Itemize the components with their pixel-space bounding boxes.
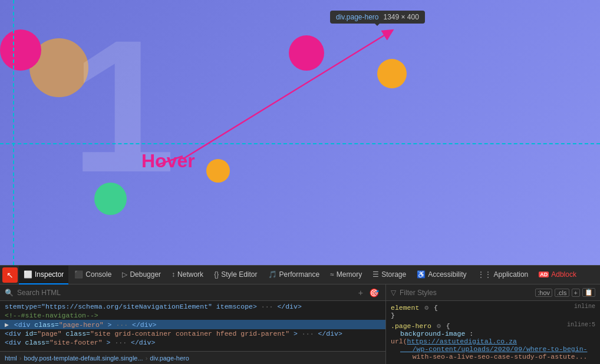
decorative-circle xyxy=(377,59,407,88)
hover-annotation: Hover xyxy=(141,150,195,172)
application-icon: ⋮⋮ xyxy=(477,270,492,279)
devtools-panel: ↖ ⬜ Inspector ⬛ Console ▷ Debugger ↕ Net… xyxy=(0,265,600,364)
tab-debugger[interactable]: ▷ Debugger xyxy=(117,266,166,284)
html-panel: 🔍 + 🎯 stemtype="https://schema.org/siteN… xyxy=(0,284,386,364)
tab-inspector[interactable]: ⬜ Inspector xyxy=(19,266,68,284)
style-origin: inline xyxy=(574,303,595,310)
performance-icon: 🎵 xyxy=(268,270,277,279)
styles-actions: :hov .cls + 📋 xyxy=(535,288,595,297)
selection-highlight-v xyxy=(13,0,14,265)
styles-content: element ⚙ { inline } .page-hero ⚙ { inli… xyxy=(386,301,600,364)
style-link-path[interactable]: /wp-content/uploads/2020/09/where-to-beg… xyxy=(400,345,587,353)
tab-memory[interactable]: ≈ Memory xyxy=(325,266,367,284)
gear-icon[interactable]: ⚙ xyxy=(424,304,428,312)
comment-text: <!--#site-navigation--> xyxy=(5,312,98,319)
cls-button[interactable]: .cls xyxy=(555,289,569,297)
page-preview: 1 div.page-hero 1349 × 400 Hover xyxy=(0,0,600,265)
html-line-selected[interactable]: ▶ <div class="page-hero" > ··· </div> xyxy=(0,320,385,329)
tab-inspector-label: Inspector xyxy=(35,270,64,279)
memory-icon: ≈ xyxy=(330,270,334,279)
console-icon: ⬛ xyxy=(74,270,83,279)
tab-storage[interactable]: ☰ Storage xyxy=(368,266,411,284)
style-rule-page-hero: .page-hero ⚙ { inline:5 background-image… xyxy=(391,322,595,360)
tab-adblock-label: Adblock xyxy=(551,270,576,279)
html-search-bar: 🔍 + 🎯 xyxy=(0,284,385,301)
decorative-circle xyxy=(0,29,41,71)
decorative-circle xyxy=(289,35,324,71)
tab-style-editor-label: Style Editor xyxy=(221,270,257,279)
html-line[interactable]: <div id="page" class="site grid-containe… xyxy=(0,329,385,338)
add-style-button[interactable]: + xyxy=(572,289,580,297)
network-icon: ↕ xyxy=(172,270,175,279)
breadcrumb-body[interactable]: body.post-template-default.single.single… xyxy=(24,355,143,362)
tab-console[interactable]: ⬛ Console xyxy=(70,266,116,284)
html-search-actions: + 🎯 xyxy=(357,288,381,297)
tab-accessibility[interactable]: ♿ Accessibility xyxy=(412,266,471,284)
html-line[interactable]: stemtype="https://schema.org/siteNavigat… xyxy=(0,302,385,311)
html-line[interactable]: <!--#site-navigation--> xyxy=(0,311,385,320)
devtools-content: 🔍 + 🎯 stemtype="https://schema.org/siteN… xyxy=(0,284,600,364)
expand-triangle: ▶ xyxy=(5,320,9,329)
tab-network[interactable]: ↕ Network xyxy=(167,266,208,284)
element-picker-button[interactable]: ↖ xyxy=(2,267,18,283)
selection-highlight-h xyxy=(0,143,600,144)
style-selector: element xyxy=(391,304,419,312)
storage-icon: ☰ xyxy=(372,270,379,279)
tab-console-label: Console xyxy=(85,270,111,279)
html-breadcrumb: html › body.post-template-default.single… xyxy=(0,351,385,364)
element-tooltip: div.page-hero 1349 × 400 xyxy=(330,11,425,24)
tab-adblock[interactable]: AD Adblock xyxy=(534,266,581,284)
number-watermark: 1 xyxy=(71,12,176,200)
filter-icon: ▽ xyxy=(391,289,396,297)
decorative-circle xyxy=(206,159,230,183)
style-value-continued: with-seo-a-live-seo-case-study-of-astute… xyxy=(400,353,587,360)
tab-performance-label: Performance xyxy=(279,270,320,279)
gear-icon[interactable]: ⚙ xyxy=(437,322,441,330)
html-line[interactable]: <div class="site-footer" > ··· </div> xyxy=(0,338,385,347)
tab-memory-label: Memory xyxy=(337,270,362,279)
tooltip-dimensions: 1349 × 400 xyxy=(384,13,419,21)
style-property: background-image xyxy=(400,330,465,337)
debugger-icon: ▷ xyxy=(122,270,127,279)
add-node-button[interactable]: + xyxy=(357,288,365,297)
tab-application[interactable]: ⋮⋮ Application xyxy=(473,266,533,284)
search-icon: 🔍 xyxy=(5,289,14,297)
pick-element-button[interactable]: 🎯 xyxy=(367,288,381,297)
styles-filter-bar: ▽ :hov .cls + 📋 xyxy=(386,284,600,301)
cursor-icon: ↖ xyxy=(6,270,14,280)
tab-performance[interactable]: 🎵 Performance xyxy=(263,266,325,284)
style-rule-element: element ⚙ { inline } xyxy=(391,303,595,319)
tab-accessibility-label: Accessibility xyxy=(428,270,466,279)
style-editor-icon: {} xyxy=(214,270,219,279)
tooltip-element-name: div.page-hero xyxy=(336,13,379,21)
style-link[interactable]: https://astutedigital.co.za xyxy=(407,337,517,345)
copy-styles-button[interactable]: 📋 xyxy=(582,288,595,297)
styles-filter-input[interactable] xyxy=(400,289,532,297)
style-value: url( xyxy=(391,337,407,345)
style-origin-inline5: inline:5 xyxy=(567,322,595,328)
breadcrumb-html[interactable]: html xyxy=(5,355,17,362)
breadcrumb-div[interactable]: div.page-hero xyxy=(150,355,189,362)
styles-panel: ▽ :hov .cls + 📋 element ⚙ { inline xyxy=(386,284,600,364)
tab-application-label: Application xyxy=(494,270,529,279)
inspector-icon: ⬜ xyxy=(24,270,32,279)
tab-debugger-label: Debugger xyxy=(130,270,161,279)
devtools-toolbar: ↖ ⬜ Inspector ⬛ Console ▷ Debugger ↕ Net… xyxy=(0,266,600,284)
style-selector-page-hero: .page-hero xyxy=(391,322,431,330)
accessibility-icon: ♿ xyxy=(417,270,426,279)
adblock-icon: AD xyxy=(539,272,549,277)
hov-button[interactable]: :hov xyxy=(535,289,552,297)
html-tree: stemtype="https://schema.org/siteNavigat… xyxy=(0,301,385,351)
tag-text: stemtype="https://schema.org/siteNavigat… xyxy=(5,303,257,310)
tab-storage-label: Storage xyxy=(381,270,406,279)
html-search-input[interactable] xyxy=(17,289,353,297)
tab-style-editor[interactable]: {} Style Editor xyxy=(209,266,262,284)
tab-network-label: Network xyxy=(177,270,203,279)
